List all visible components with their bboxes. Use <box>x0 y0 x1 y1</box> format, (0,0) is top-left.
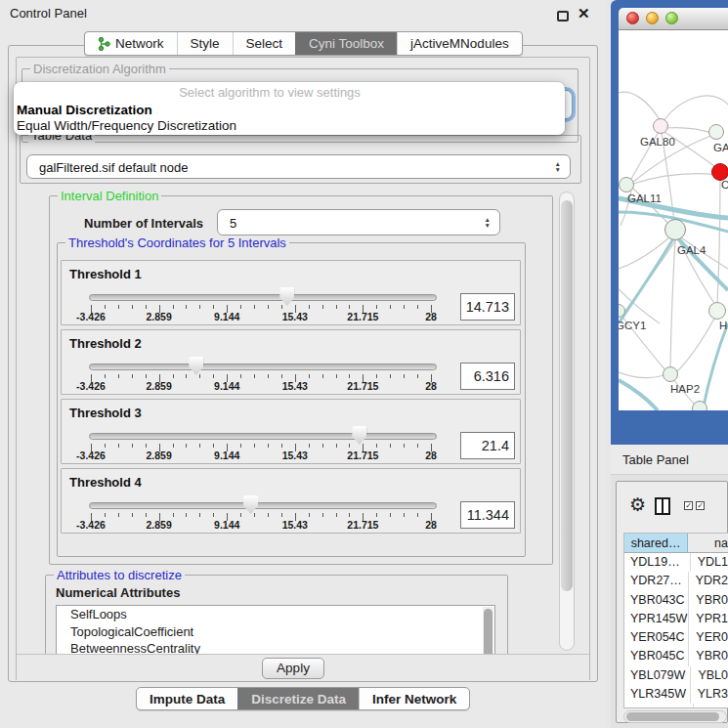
cell-name: YIL0 <box>694 704 728 708</box>
number-of-intervals-label: Number of Intervals <box>84 216 203 231</box>
slider-thumb[interactable] <box>243 495 258 514</box>
close-traffic-light-icon[interactable] <box>626 12 639 24</box>
network-node-hap2[interactable] <box>663 366 678 382</box>
table-row[interactable]: YER054CYER0 <box>624 628 728 647</box>
tick-mark <box>199 444 200 448</box>
dropdown-option-manual-discretization[interactable]: Manual Discretization <box>17 103 152 117</box>
tick-mark <box>417 305 418 309</box>
tick-mark <box>213 513 214 517</box>
cell-name: YDR2 <box>689 572 728 590</box>
tab-network[interactable]: Network <box>85 32 177 55</box>
table-row[interactable]: YIL052CYIL0 <box>624 704 728 708</box>
close-icon[interactable]: ✕ <box>578 5 590 22</box>
node-label: HAP2 <box>670 383 700 395</box>
table-row[interactable]: YPR145WYPR1 <box>624 610 728 628</box>
tab-jactivemnodules[interactable]: jActiveMNodules <box>397 32 522 55</box>
slider-track[interactable] <box>89 364 437 370</box>
scale-label: 9.144 <box>214 311 239 322</box>
tab-discretize-data[interactable]: Discretize Data <box>237 688 359 709</box>
tick-mark <box>268 444 269 448</box>
tab-label: Select <box>246 36 283 51</box>
tick-mark <box>199 305 200 309</box>
scrollbar-thumb[interactable] <box>626 712 719 721</box>
dropdown-option-equal-width[interactable]: Equal Width/Frequency Discretization <box>17 118 236 133</box>
cell-name: YLR3 <box>691 685 728 704</box>
checkbox-icon[interactable]: ✓ <box>696 501 705 510</box>
apply-button[interactable]: Apply <box>262 658 324 679</box>
column-header-name[interactable]: na <box>688 534 728 553</box>
threshold-value-field[interactable]: 11.344 <box>460 501 515 529</box>
bottom-tabbar: Impute DataDiscretize DataInfer Network <box>136 687 470 710</box>
scale-label: -3.426 <box>76 450 106 461</box>
table-row[interactable]: YLR345WYLR3 <box>624 685 728 704</box>
tick-mark <box>404 305 405 309</box>
list-item[interactable]: BetweennessCentrality <box>57 640 494 654</box>
table-data-selected: galFiltered.sif default node <box>39 159 188 174</box>
network-node-ga[interactable] <box>708 124 724 140</box>
tab-infer-network[interactable]: Infer Network <box>359 688 469 709</box>
list-item[interactable]: SelfLoops <box>57 606 494 623</box>
table-row[interactable]: YDR27…YDR2 <box>624 572 728 590</box>
table-panel-body: ⚙ ✓ ✓ shared… na YDL19…YDL1YDR27…YDR2YBR… <box>611 475 728 728</box>
table-row[interactable]: YBR045CYBR0 <box>624 647 728 665</box>
network-titlebar[interactable] <box>619 8 728 30</box>
list-item[interactable]: TopologicalCoefficient <box>57 623 494 641</box>
scrollbar-thumb[interactable] <box>561 200 573 591</box>
slider-thumb[interactable] <box>352 426 366 445</box>
column-header-shared-name[interactable]: shared… <box>624 534 688 553</box>
table-row[interactable]: YDL19…YDL1 <box>624 553 728 572</box>
slider-track[interactable] <box>89 433 437 440</box>
tick-mark <box>240 513 241 517</box>
node-label: H <box>719 320 727 331</box>
minimize-traffic-light-icon[interactable] <box>646 12 659 24</box>
table-data-combobox[interactable]: galFiltered.sif default node ▲▼ <box>26 154 571 179</box>
table-row[interactable]: YBL079WYBL0 <box>624 666 728 685</box>
tab-cyni-toolbox[interactable]: Cyni Toolbox <box>295 32 397 55</box>
network-node-gal11[interactable] <box>619 177 634 193</box>
table-panel-titlebar: Table Panel <box>611 445 728 475</box>
slider-ticks <box>91 374 432 383</box>
tab-impute-data[interactable]: Impute Data <box>137 688 237 709</box>
slider-thumb[interactable] <box>279 287 294 306</box>
threshold-value-field[interactable]: 21.4 <box>460 432 515 459</box>
threshold-value-field[interactable]: 14.713 <box>460 293 515 321</box>
tab-select[interactable]: Select <box>233 32 296 55</box>
scrollbar-thumb[interactable] <box>484 609 492 654</box>
slider-track[interactable] <box>89 294 437 301</box>
tick-mark <box>376 305 377 309</box>
table-row[interactable]: YBR043CYBR0 <box>624 591 728 610</box>
interval-definition-label: Interval Definition <box>58 189 161 203</box>
tick-mark <box>417 513 418 517</box>
threshold-value-field[interactable]: 6.316 <box>460 363 515 390</box>
network-node-gal80[interactable] <box>653 118 668 134</box>
checkbox-icon[interactable]: ✓ <box>684 501 693 510</box>
tick-mark <box>105 374 106 378</box>
cell-shared-name: YBR045C <box>624 647 689 665</box>
network-node-gal4[interactable] <box>664 219 686 240</box>
slider-track[interactable] <box>89 502 437 509</box>
tab-style[interactable]: Style <box>177 32 233 55</box>
slider-thumb[interactable] <box>189 357 203 375</box>
tick-mark <box>336 513 337 517</box>
cell-shared-name: YLR345W <box>624 685 691 704</box>
scale-label: 28 <box>425 519 437 531</box>
scale-label: 9.144 <box>214 380 239 392</box>
scale-label: 2.859 <box>146 311 171 322</box>
network-node-h[interactable] <box>708 302 726 320</box>
cell-shared-name: YBL079W <box>624 666 691 685</box>
network-node[interactable] <box>692 401 707 410</box>
tab-label: Network <box>115 36 164 51</box>
scale-label: 21.715 <box>347 450 378 461</box>
number-of-intervals-combobox[interactable]: 5 ▲▼ <box>217 209 500 236</box>
gear-icon[interactable]: ⚙ <box>629 495 646 514</box>
numerical-attributes-list[interactable]: SelfLoopsTopologicalCoefficientBetweenne… <box>56 605 495 654</box>
tick-mark <box>186 305 187 309</box>
list-scrollbar[interactable] <box>483 607 493 654</box>
float-window-icon[interactable] <box>557 11 569 21</box>
table-horizontal-scrollbar[interactable] <box>623 710 727 723</box>
tick-mark <box>390 444 391 448</box>
network-canvas[interactable]: GAL80GACGAL11GAL4GCY1HHAP2 <box>619 30 728 410</box>
column-layout-icon[interactable] <box>655 497 670 515</box>
zoom-traffic-light-icon[interactable] <box>665 12 678 24</box>
tick-mark <box>322 374 323 378</box>
